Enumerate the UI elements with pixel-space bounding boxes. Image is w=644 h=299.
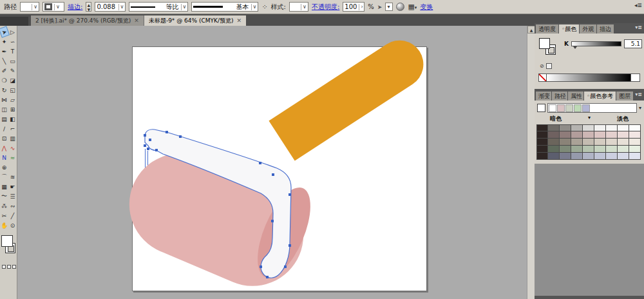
color-variation-swatch[interactable] — [618, 131, 629, 139]
rectangle-tool[interactable]: ▭ — [8, 56, 17, 66]
color-variation-swatch[interactable] — [606, 153, 618, 160]
select-similar-icon[interactable]: ➤ — [377, 4, 383, 10]
fill-swatch[interactable] — [1, 235, 13, 247]
selected-frame-path[interactable] — [133, 47, 428, 292]
color-variation-swatch[interactable] — [606, 146, 618, 153]
symbol-sprayer-tool[interactable]: ⁂ — [0, 201, 8, 211]
color-variation-swatch[interactable] — [560, 146, 571, 153]
panel-fill-stroke-indicator[interactable] — [539, 38, 561, 59]
width-tool[interactable]: ⋈ — [0, 95, 8, 104]
harmony-swatch[interactable] — [565, 104, 573, 112]
stroke-color-select[interactable]: ∨ — [43, 2, 64, 12]
color-variation-swatch[interactable] — [560, 153, 571, 160]
mesh-tool[interactable]: ▤ — [0, 114, 8, 124]
color-variation-grid[interactable] — [535, 124, 644, 160]
color-variation-swatch[interactable] — [594, 124, 606, 131]
color-variation-swatch[interactable] — [583, 124, 594, 131]
color-variation-swatch[interactable] — [594, 131, 606, 139]
canvas-vertical-scrollbar[interactable]: ▲ — [527, 26, 535, 299]
white-swatch[interactable] — [631, 73, 640, 82]
harmony-swatch[interactable] — [557, 104, 565, 112]
color-variation-swatch[interactable] — [583, 153, 594, 160]
scale-tool[interactable]: ◱ — [8, 85, 17, 95]
zoom-tool[interactable]: ⊙ — [8, 220, 17, 230]
panel2-tab-1[interactable]: 路径 — [552, 92, 567, 101]
red-mountain-graph-tool[interactable]: ⋀ — [0, 143, 8, 153]
stroke-weight-stepper[interactable]: ▲▼ — [86, 2, 91, 12]
harmony-swatch[interactable] — [549, 104, 556, 112]
color-variation-swatch[interactable] — [629, 153, 641, 160]
color-variation-swatch[interactable] — [560, 124, 571, 131]
gradient-tool[interactable]: ◧ — [8, 114, 17, 124]
dashed-line-icon[interactable]: ⁘ — [261, 3, 267, 11]
pencil-tool[interactable]: ✎ — [8, 66, 17, 75]
hand-tool[interactable]: ✋ — [0, 220, 8, 230]
wrinkle-tool[interactable]: ≋ — [8, 172, 17, 182]
draw-inside-icon[interactable] — [12, 265, 16, 269]
k-slider[interactable] — [571, 41, 621, 46]
recolor-artwork-icon[interactable] — [396, 3, 404, 11]
panel-tab-1[interactable]: ◦颜色 — [559, 24, 579, 34]
color-variation-swatch[interactable] — [618, 153, 629, 160]
green-wave-graph-tool[interactable]: ≈ — [8, 153, 17, 162]
harmony-swatch[interactable] — [582, 104, 590, 112]
panel-tab-2[interactable]: 外观 — [580, 24, 596, 34]
color-variation-swatch[interactable] — [629, 146, 641, 153]
panel-menu-icon[interactable]: ▾≣ — [635, 92, 642, 97]
stroke-weight-select[interactable]: 0.088∨ — [95, 2, 126, 12]
grayscale-ramp[interactable] — [547, 73, 631, 82]
color-mode-icons[interactable]: ⊘ — [540, 63, 552, 69]
panel2-tab-0[interactable]: 渐变 — [536, 92, 551, 101]
line-segment-tool[interactable]: ╲ — [0, 56, 8, 66]
style-select[interactable]: ∨ — [289, 2, 308, 12]
fill-proxy[interactable] — [539, 38, 550, 49]
color-variation-swatch[interactable] — [583, 139, 594, 146]
slice-tool[interactable]: ✂ — [0, 211, 8, 220]
color-variation-swatch[interactable] — [548, 139, 560, 146]
harmony-colors-strip[interactable] — [547, 103, 637, 113]
color-variation-swatch[interactable] — [536, 153, 548, 160]
column-graph-tool[interactable]: ▥ — [8, 133, 17, 143]
blob-brush-tool[interactable]: ❍ — [0, 75, 8, 85]
transform-link[interactable]: 变换 — [420, 3, 433, 12]
color-variation-swatch[interactable] — [618, 139, 629, 146]
artboard[interactable] — [132, 46, 427, 291]
harmony-swatch[interactable] — [574, 104, 582, 112]
blue-polyline-graph-tool[interactable]: N — [0, 153, 8, 162]
close-icon[interactable]: ✕ — [236, 17, 242, 24]
align-grid-icon[interactable]: ▦▾ — [408, 3, 417, 11]
close-icon[interactable]: ✕ — [134, 17, 139, 24]
document-tab-2[interactable]: 未标题-9* @ 64% (CMYK/预览) ✕ — [144, 15, 246, 26]
color-variation-swatch[interactable] — [571, 124, 583, 131]
none-swatch[interactable] — [538, 73, 547, 82]
draw-normal-icon[interactable] — [2, 265, 6, 269]
color-variation-swatch[interactable] — [583, 146, 594, 153]
opacity-link[interactable]: 不透明度: — [312, 3, 339, 12]
color-variation-swatch[interactable] — [629, 139, 641, 146]
panel-tab-0[interactable]: 透明度 — [536, 24, 558, 34]
paintbrush-tool[interactable]: ✐ — [0, 66, 8, 75]
color-variation-swatch[interactable] — [560, 131, 571, 139]
type-tool[interactable]: T — [8, 46, 17, 56]
panel2-tab-2[interactable]: 属性 — [568, 92, 583, 101]
color-variation-swatch[interactable] — [548, 124, 560, 131]
direct-selection-tool[interactable]: ▷ — [8, 27, 17, 37]
color-variation-swatch[interactable] — [548, 131, 560, 139]
opacity-spinner-icon[interactable]: › — [359, 4, 363, 10]
color-variation-swatch[interactable] — [548, 146, 560, 153]
color-variation-swatch[interactable] — [571, 131, 583, 139]
document-tab-1[interactable]: 2 [转换].ai* @ 270.4% (RGB/预览) ✕ — [31, 15, 144, 26]
rotate-tool[interactable]: ↻ — [0, 85, 8, 95]
panel2-tab-3[interactable]: ◦颜色参考 — [584, 92, 616, 101]
draw-behind-icon[interactable] — [7, 265, 11, 269]
color-variation-swatch[interactable] — [629, 131, 641, 139]
page-tool[interactable]: ⊡ — [0, 133, 8, 143]
color-spectrum-ramp[interactable] — [538, 73, 640, 82]
last-color-icon[interactable] — [546, 63, 552, 69]
color-variation-swatch[interactable] — [618, 146, 629, 153]
pen-tool[interactable]: ✒ — [0, 46, 8, 56]
fill-color-select[interactable]: ∨ — [20, 2, 39, 12]
blend-tool[interactable]: ∾ — [8, 201, 17, 211]
red-curve-graph-tool[interactable]: ∿ — [8, 143, 17, 153]
color-variation-swatch[interactable] — [571, 153, 583, 160]
